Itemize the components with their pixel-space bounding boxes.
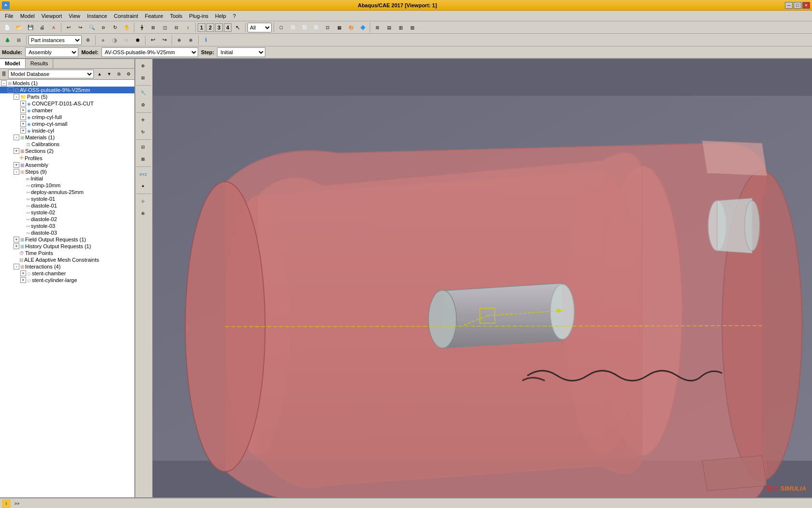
- tool5[interactable]: ↕: [183, 23, 193, 32]
- save-button[interactable]: 💾: [25, 23, 36, 32]
- tool3[interactable]: ◫: [160, 23, 170, 32]
- menu-view[interactable]: View: [66, 12, 83, 20]
- expand-interactions[interactable]: -: [14, 264, 19, 269]
- maximize-button[interactable]: □: [794, 2, 801, 9]
- menu-plugins[interactable]: Plug-ins: [186, 12, 211, 20]
- view-iso[interactable]: ⬡: [276, 23, 287, 32]
- vt-seed[interactable]: ⊕: [136, 60, 150, 72]
- expand-model1[interactable]: -: [8, 87, 14, 93]
- view-front[interactable]: ⬜: [288, 23, 298, 32]
- tree-node-steps[interactable]: - ⊞ Steps (9): [0, 168, 134, 175]
- menu-viewport[interactable]: Viewport: [39, 12, 65, 20]
- expand-models[interactable]: -: [1, 80, 7, 86]
- circle-full[interactable]: ●: [98, 35, 108, 45]
- tree-node-parts[interactable]: - 📁 Parts (5): [0, 93, 134, 100]
- vt-coord[interactable]: ✦: [136, 180, 150, 192]
- menu-model[interactable]: Model: [17, 12, 38, 20]
- mesh-btn[interactable]: ⊞: [372, 23, 383, 32]
- tree-node-models[interactable]: - ⊞ Models (1): [0, 80, 134, 87]
- tree-copy[interactable]: ⧉: [115, 70, 123, 78]
- info-button[interactable]: ℹ: [201, 35, 211, 45]
- close-button[interactable]: ✕: [802, 2, 810, 9]
- expand-part5[interactable]: +: [20, 128, 26, 134]
- tree-node-part4[interactable]: + ◈ crimp-cyl-small: [0, 120, 134, 127]
- circle-empty[interactable]: ○: [121, 35, 131, 45]
- step-select[interactable]: Initial: [217, 47, 265, 57]
- vt-feature2[interactable]: ⊕: [136, 208, 150, 219]
- tree-node-history-output[interactable]: + ⊞ History Output Requests (1): [0, 243, 134, 250]
- tree-settings[interactable]: ⚙: [125, 70, 132, 78]
- vt-xyz[interactable]: XYZ: [136, 168, 150, 180]
- tab-model[interactable]: Model: [0, 59, 26, 68]
- tree-node-systole03[interactable]: ∾ systole-03: [0, 223, 134, 229]
- expand-part3[interactable]: +: [20, 114, 26, 120]
- undo2[interactable]: ↩: [147, 35, 158, 45]
- new-button[interactable]: 📄: [2, 23, 13, 32]
- tree-node-ale[interactable]: ⊟ ALE Adaptive Mesh Constraints: [0, 256, 134, 263]
- tab-results[interactable]: Results: [26, 59, 54, 68]
- tree-node-int1[interactable]: + ◇ stent-chamber: [0, 270, 134, 277]
- expand-materials[interactable]: -: [14, 134, 19, 140]
- constraint1[interactable]: ⊕: [174, 35, 185, 45]
- tree-node-deploy[interactable]: ∾ deploy-annulus-25mm: [0, 189, 134, 195]
- tree-down[interactable]: ▼: [105, 70, 113, 78]
- model-select[interactable]: AV-OSS-pulsatile-9%-V25mm: [102, 47, 198, 57]
- tree-node-int2[interactable]: + ◇ stent-cylinder-large: [0, 277, 134, 284]
- tree-node-part1[interactable]: + ◈ CONCEPT-D101-AS-CUT: [0, 100, 134, 107]
- expand-part2[interactable]: +: [20, 107, 26, 113]
- bc-btn[interactable]: ▤: [384, 23, 394, 32]
- expand-part4[interactable]: +: [20, 121, 26, 127]
- print-button[interactable]: 🖨: [37, 23, 47, 32]
- tree-node-model1[interactable]: - ⬡ AV-OSS-pulsatile-9%-V25mm: [0, 87, 134, 93]
- tree-up[interactable]: ▲: [96, 70, 103, 78]
- circle-half[interactable]: ◑: [109, 35, 120, 45]
- shape-tool[interactable]: ⬟: [132, 35, 143, 45]
- tree-node-diastole03[interactable]: ∾ diastole-03: [0, 229, 134, 236]
- tree-toggle[interactable]: 🌲: [2, 35, 13, 45]
- menu-file[interactable]: File: [2, 12, 16, 20]
- zoom-in[interactable]: 🔍: [87, 23, 97, 32]
- expand-sections[interactable]: +: [14, 148, 19, 154]
- menu-feature[interactable]: Feature: [142, 12, 166, 20]
- tree-node-part3[interactable]: + ◈ crimp-cyl-full: [0, 114, 134, 120]
- interact-btn[interactable]: ▧: [407, 23, 418, 32]
- undo-button[interactable]: ↩: [63, 23, 74, 32]
- redo2[interactable]: ↪: [159, 35, 170, 45]
- vt-move[interactable]: ✛: [136, 114, 150, 126]
- menu-constraint[interactable]: Constraint: [111, 12, 141, 20]
- tree-node-field-output[interactable]: + ⊞ Field Output Requests (1): [0, 236, 134, 243]
- tree-node-calibrations[interactable]: ⚖ Calibrations: [0, 141, 134, 148]
- display-group[interactable]: ▦: [334, 23, 345, 32]
- constraint2[interactable]: ⊗: [186, 35, 196, 45]
- msg-next[interactable]: >>: [13, 499, 21, 508]
- expand-field[interactable]: +: [14, 237, 19, 242]
- minimize-button[interactable]: ─: [785, 2, 793, 9]
- load-btn[interactable]: ▥: [395, 23, 406, 32]
- tree-node-part2[interactable]: + ◈ chamber: [0, 107, 134, 114]
- rotate-button[interactable]: ↻: [110, 23, 120, 32]
- tree-node-profiles[interactable]: ✛ Profiles: [0, 154, 134, 162]
- tree-node-diastole01[interactable]: ∾ diastole-01: [0, 202, 134, 209]
- view-side[interactable]: ⬜: [311, 23, 321, 32]
- tree-node-assembly[interactable]: + ⊠ Assembly: [0, 162, 134, 168]
- menu-instance[interactable]: Instance: [84, 12, 110, 20]
- num-2-button[interactable]: 2: [206, 23, 214, 32]
- menu-question[interactable]: ?: [230, 12, 239, 20]
- part-inst-settings[interactable]: ⚙: [83, 35, 93, 45]
- expand-steps[interactable]: -: [14, 169, 19, 175]
- abaqus-button[interactable]: A: [48, 23, 59, 32]
- vt-datum[interactable]: ⊟: [136, 141, 150, 153]
- vt-part[interactable]: 🔧: [136, 87, 150, 99]
- filter-select[interactable]: All: [247, 23, 272, 32]
- model-db-select[interactable]: Model Database: [8, 70, 94, 78]
- viewport[interactable]: 3DS SIMULIA: [153, 59, 812, 497]
- expand-part1[interactable]: +: [20, 101, 26, 106]
- render-style[interactable]: 🔷: [357, 23, 368, 32]
- arrow-tool[interactable]: ↖: [232, 23, 243, 32]
- tool2[interactable]: ⊞: [148, 23, 159, 32]
- msg-icon[interactable]: !: [2, 499, 11, 508]
- tree-node-diastole02[interactable]: ∾ diastole-02: [0, 216, 134, 223]
- vt-feature1[interactable]: ⊹: [136, 195, 150, 207]
- tree-node-interactions[interactable]: - ⊞ Interactions (4): [0, 263, 134, 270]
- view-top[interactable]: ⬜: [299, 23, 310, 32]
